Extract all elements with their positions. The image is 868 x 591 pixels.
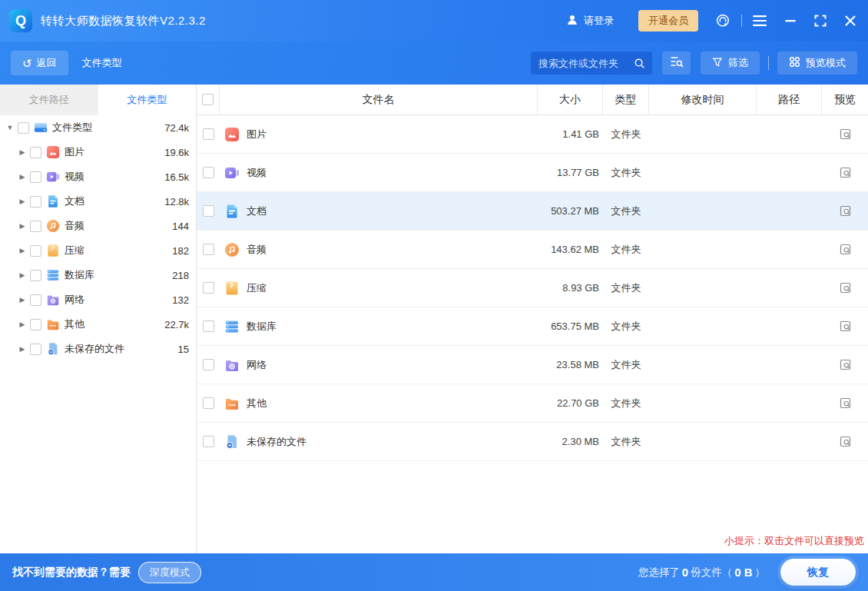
video-icon (46, 170, 60, 184)
table-row[interactable]: 其他 22.70 GB 文件夹 (197, 384, 868, 423)
expand-arrow-icon[interactable]: ▶ (17, 173, 28, 181)
table-row[interactable]: 数据库 653.75 MB 文件夹 (197, 307, 868, 346)
menu-icon[interactable] (753, 15, 767, 26)
tree-checkbox[interactable] (30, 221, 41, 232)
table-row[interactable]: 图片 1.41 GB 文件夹 (197, 115, 868, 154)
document-icon (224, 204, 240, 219)
tree-checkbox[interactable] (30, 196, 41, 208)
preview-file-icon[interactable] (839, 243, 852, 256)
tree-item-audio[interactable]: ▶ 音频 144 (0, 214, 196, 238)
file-size: 653.75 MB (538, 320, 603, 332)
deep-mode-button[interactable]: 深度模式 (138, 562, 201, 583)
preview-mode-button[interactable]: 预览模式 (777, 51, 857, 75)
row-checkbox[interactable] (203, 397, 214, 409)
row-checkbox[interactable] (203, 128, 214, 140)
expand-arrow-icon[interactable]: ▶ (17, 271, 28, 279)
tree-item-documents[interactable]: ▶ 文档 12.8k (0, 189, 196, 214)
close-icon[interactable] (845, 15, 856, 26)
back-button[interactable]: ↺ 返回 (11, 51, 68, 75)
selection-size: 0 B (734, 566, 752, 579)
tree-item-database[interactable]: ▶ 数据库 218 (0, 263, 196, 287)
tree-item-count: 16.5k (164, 171, 196, 183)
table-row[interactable]: 压缩 8.93 GB 文件夹 (197, 269, 868, 307)
row-checkbox[interactable] (203, 436, 214, 447)
table-header: 文件名 大小 类型 修改时间 路径 预览 (197, 85, 868, 115)
preview-file-icon[interactable] (839, 166, 852, 179)
preview-file-icon[interactable] (839, 320, 852, 333)
login-button[interactable]: 请登录 (566, 14, 614, 28)
table-row[interactable]: 音频 143.62 MB 文件夹 (197, 231, 868, 269)
audio-icon (46, 219, 60, 233)
list-search-button[interactable] (662, 51, 691, 75)
tab-file-type[interactable]: 文件类型 (98, 85, 197, 115)
file-name: 未保存的文件 (247, 435, 306, 449)
tree-checkbox[interactable] (30, 245, 41, 257)
titlebar-divider (741, 15, 742, 27)
customer-service-icon[interactable] (715, 13, 731, 28)
tree-item-images[interactable]: ▶ 图片 19.6k (0, 140, 196, 164)
column-header-mtime[interactable]: 修改时间 (649, 85, 757, 115)
login-label: 请登录 (584, 14, 614, 28)
preview-file-icon[interactable] (839, 358, 852, 371)
table-row[interactable]: 视频 13.77 GB 文件夹 (197, 154, 868, 192)
row-checkbox[interactable] (203, 167, 214, 178)
collapse-arrow-icon[interactable]: ▼ (5, 124, 15, 131)
selection-prefix: 您选择了 (638, 566, 680, 579)
column-header-path[interactable]: 路径 (757, 85, 822, 115)
table-row[interactable]: 文档 503.27 MB 文件夹 (197, 192, 868, 231)
search-input[interactable] (531, 58, 634, 69)
tree-checkbox[interactable] (30, 270, 41, 281)
bottombar: 找不到需要的数据？需要 深度模式 您选择了 0 份文件（ 0 B ） 恢复 (0, 553, 868, 591)
tree-checkbox[interactable] (30, 319, 41, 330)
column-header-type[interactable]: 类型 (603, 85, 649, 115)
column-header-name[interactable]: 文件名 (220, 85, 538, 115)
file-name: 其他 (247, 397, 267, 410)
column-header-preview[interactable]: 预览 (822, 85, 868, 115)
vip-button[interactable]: 开通会员 (638, 10, 698, 32)
preview-file-icon[interactable] (839, 204, 852, 217)
tree-item-unsaved[interactable]: ▶ 未保存的文件 15 (0, 337, 196, 361)
app-window: Q 转转大师数据恢复软件V2.2.3.2 请登录 开通会员 ↺ 返回 (0, 0, 868, 591)
table-row[interactable]: 网络 23.58 MB 文件夹 (197, 346, 868, 384)
preview-file-icon[interactable] (839, 281, 852, 294)
preview-file-icon[interactable] (839, 128, 852, 141)
tree-checkbox[interactable] (30, 294, 41, 306)
expand-arrow-icon[interactable]: ▶ (17, 222, 28, 230)
row-checkbox[interactable] (203, 320, 214, 332)
maximize-icon[interactable] (814, 15, 827, 27)
table-row[interactable]: 未保存的文件 2.30 MB 文件夹 (197, 423, 868, 461)
tree-item-videos[interactable]: ▶ 视频 16.5k (0, 164, 196, 189)
expand-arrow-icon[interactable]: ▶ (17, 148, 28, 156)
tree-checkbox[interactable] (30, 147, 41, 158)
row-checkbox[interactable] (203, 282, 214, 294)
tree-item-network[interactable]: ▶ 网络 132 (0, 287, 196, 312)
column-header-size[interactable]: 大小 (538, 85, 603, 115)
row-checkbox[interactable] (203, 244, 214, 255)
image-icon (46, 145, 60, 159)
tree-checkbox[interactable] (30, 171, 41, 183)
file-name: 视频 (247, 166, 267, 180)
minimize-icon[interactable] (785, 15, 796, 26)
expand-arrow-icon[interactable]: ▶ (17, 247, 28, 254)
recover-button[interactable]: 恢复 (780, 559, 856, 586)
tree-item-file-type[interactable]: ▼ 文件类型 72.4k (0, 115, 196, 140)
preview-file-icon[interactable] (839, 435, 852, 448)
tree-checkbox[interactable] (18, 122, 29, 134)
file-size: 23.58 MB (538, 359, 603, 370)
expand-arrow-icon[interactable]: ▶ (17, 296, 28, 304)
row-checkbox[interactable] (203, 359, 214, 370)
expand-arrow-icon[interactable]: ▶ (17, 320, 28, 328)
expand-arrow-icon[interactable]: ▶ (17, 198, 28, 205)
row-checkbox[interactable] (203, 205, 214, 217)
search-icon[interactable] (634, 58, 645, 69)
select-all-checkbox[interactable] (202, 94, 214, 105)
tab-file-path[interactable]: 文件路径 (0, 85, 98, 115)
file-type: 文件夹 (603, 166, 649, 180)
tree-checkbox[interactable] (30, 344, 41, 355)
audio-icon (224, 242, 240, 257)
preview-file-icon[interactable] (839, 397, 852, 410)
expand-arrow-icon[interactable]: ▶ (17, 345, 28, 353)
filter-button[interactable]: 筛选 (701, 51, 760, 75)
tree-item-archives[interactable]: ▶ 压缩 182 (0, 238, 196, 263)
tree-item-others[interactable]: ▶ 其他 22.7k (0, 312, 196, 337)
